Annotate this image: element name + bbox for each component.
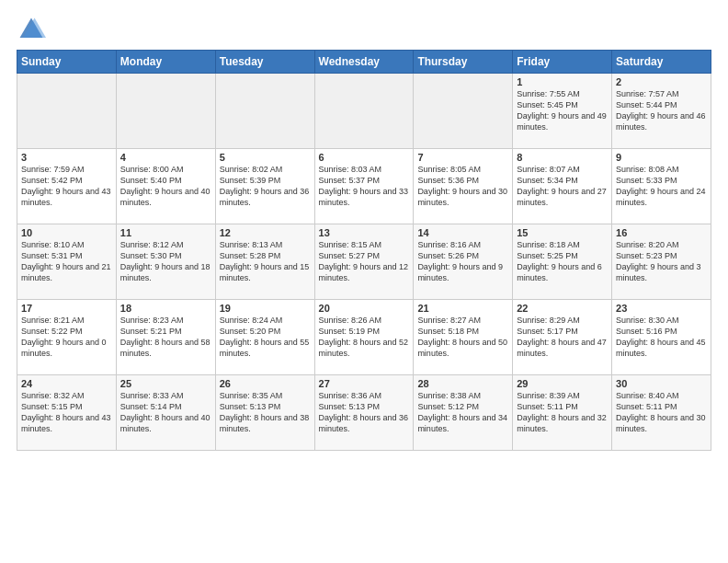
day-number: 16 [616,227,707,238]
day-cell: 17Sunrise: 8:21 AM Sunset: 5:22 PM Dayli… [17,300,117,375]
page: SundayMondayTuesdayWednesdayThursdayFrid… [0,0,728,460]
day-number: 27 [319,378,410,389]
week-row-3: 10Sunrise: 8:10 AM Sunset: 5:31 PM Dayli… [17,224,711,300]
day-info: Sunrise: 8:36 AM Sunset: 5:13 PM Dayligh… [319,390,410,435]
day-cell: 5Sunrise: 8:02 AM Sunset: 5:39 PM Daylig… [215,149,314,224]
day-number: 26 [220,378,311,389]
day-cell: 6Sunrise: 8:03 AM Sunset: 5:37 PM Daylig… [314,149,414,224]
day-info: Sunrise: 8:10 AM Sunset: 5:31 PM Dayligh… [21,239,112,284]
logo-icon [17,15,46,44]
day-info: Sunrise: 8:00 AM Sunset: 5:40 PM Dayligh… [120,164,211,209]
day-cell: 24Sunrise: 8:32 AM Sunset: 5:15 PM Dayli… [17,375,117,451]
day-info: Sunrise: 8:38 AM Sunset: 5:12 PM Dayligh… [417,390,508,435]
weekday-header-sunday: Sunday [17,51,117,74]
day-number: 8 [517,152,608,163]
day-cell: 25Sunrise: 8:33 AM Sunset: 5:14 PM Dayli… [116,375,215,451]
day-info: Sunrise: 8:05 AM Sunset: 5:36 PM Dayligh… [417,164,508,209]
day-number: 17 [21,303,112,314]
day-number: 2 [616,76,707,87]
day-cell: 2Sunrise: 7:57 AM Sunset: 5:44 PM Daylig… [612,74,711,149]
day-number: 24 [21,378,112,389]
day-cell: 22Sunrise: 8:29 AM Sunset: 5:17 PM Dayli… [513,300,612,375]
header-row [17,15,711,44]
day-cell: 13Sunrise: 8:15 AM Sunset: 5:27 PM Dayli… [314,224,414,300]
day-info: Sunrise: 8:07 AM Sunset: 5:34 PM Dayligh… [517,164,608,209]
day-number: 25 [120,378,211,389]
day-number: 28 [417,378,508,389]
day-cell: 16Sunrise: 8:20 AM Sunset: 5:23 PM Dayli… [612,224,711,300]
day-number: 6 [319,152,410,163]
day-cell: 30Sunrise: 8:40 AM Sunset: 5:11 PM Dayli… [612,375,711,451]
day-number: 13 [319,227,410,238]
day-number: 10 [21,227,112,238]
calendar-header: SundayMondayTuesdayWednesdayThursdayFrid… [17,51,711,74]
day-info: Sunrise: 7:55 AM Sunset: 5:45 PM Dayligh… [517,88,608,133]
day-cell: 10Sunrise: 8:10 AM Sunset: 5:31 PM Dayli… [17,224,117,300]
day-number: 9 [616,152,707,163]
day-number: 5 [220,152,311,163]
day-cell [414,74,513,149]
day-number: 22 [517,303,608,314]
day-info: Sunrise: 8:32 AM Sunset: 5:15 PM Dayligh… [21,390,112,435]
day-cell [215,74,314,149]
day-info: Sunrise: 7:57 AM Sunset: 5:44 PM Dayligh… [616,88,707,133]
day-cell: 8Sunrise: 8:07 AM Sunset: 5:34 PM Daylig… [513,149,612,224]
day-number: 15 [517,227,608,238]
day-cell: 11Sunrise: 8:12 AM Sunset: 5:30 PM Dayli… [116,224,215,300]
day-number: 30 [616,378,707,389]
day-info: Sunrise: 8:13 AM Sunset: 5:28 PM Dayligh… [220,239,311,284]
day-info: Sunrise: 8:27 AM Sunset: 5:18 PM Dayligh… [417,315,508,360]
day-info: Sunrise: 8:26 AM Sunset: 5:19 PM Dayligh… [319,315,410,360]
day-cell: 29Sunrise: 8:39 AM Sunset: 5:11 PM Dayli… [513,375,612,451]
day-number: 1 [517,76,608,87]
day-cell: 3Sunrise: 7:59 AM Sunset: 5:42 PM Daylig… [17,149,117,224]
day-cell: 28Sunrise: 8:38 AM Sunset: 5:12 PM Dayli… [414,375,513,451]
logo [17,15,50,44]
day-info: Sunrise: 8:18 AM Sunset: 5:25 PM Dayligh… [517,239,608,284]
day-cell [17,74,117,149]
day-number: 7 [417,152,508,163]
day-info: Sunrise: 8:15 AM Sunset: 5:27 PM Dayligh… [319,239,410,284]
weekday-header-tuesday: Tuesday [215,51,314,74]
weekday-header-saturday: Saturday [612,51,711,74]
day-cell: 4Sunrise: 8:00 AM Sunset: 5:40 PM Daylig… [116,149,215,224]
day-cell: 18Sunrise: 8:23 AM Sunset: 5:21 PM Dayli… [116,300,215,375]
day-cell: 21Sunrise: 8:27 AM Sunset: 5:18 PM Dayli… [414,300,513,375]
day-cell: 23Sunrise: 8:30 AM Sunset: 5:16 PM Dayli… [612,300,711,375]
day-number: 14 [417,227,508,238]
day-info: Sunrise: 8:16 AM Sunset: 5:26 PM Dayligh… [417,239,508,284]
day-number: 20 [319,303,410,314]
day-number: 29 [517,378,608,389]
day-number: 19 [220,303,311,314]
day-info: Sunrise: 8:02 AM Sunset: 5:39 PM Dayligh… [220,164,311,209]
day-info: Sunrise: 8:20 AM Sunset: 5:23 PM Dayligh… [616,239,707,284]
day-info: Sunrise: 8:23 AM Sunset: 5:21 PM Dayligh… [120,315,211,360]
day-info: Sunrise: 8:30 AM Sunset: 5:16 PM Dayligh… [616,315,707,360]
weekday-header-wednesday: Wednesday [314,51,414,74]
day-number: 4 [120,152,211,163]
day-cell: 20Sunrise: 8:26 AM Sunset: 5:19 PM Dayli… [314,300,414,375]
day-info: Sunrise: 8:08 AM Sunset: 5:33 PM Dayligh… [616,164,707,209]
day-cell: 12Sunrise: 8:13 AM Sunset: 5:28 PM Dayli… [215,224,314,300]
day-number: 11 [120,227,211,238]
day-number: 21 [417,303,508,314]
week-row-1: 1Sunrise: 7:55 AM Sunset: 5:45 PM Daylig… [17,74,711,149]
day-number: 3 [21,152,112,163]
day-cell: 1Sunrise: 7:55 AM Sunset: 5:45 PM Daylig… [513,74,612,149]
day-info: Sunrise: 8:03 AM Sunset: 5:37 PM Dayligh… [319,164,410,209]
day-cell: 27Sunrise: 8:36 AM Sunset: 5:13 PM Dayli… [314,375,414,451]
day-info: Sunrise: 8:39 AM Sunset: 5:11 PM Dayligh… [517,390,608,435]
week-row-4: 17Sunrise: 8:21 AM Sunset: 5:22 PM Dayli… [17,300,711,375]
calendar: SundayMondayTuesdayWednesdayThursdayFrid… [17,50,711,451]
day-cell: 15Sunrise: 8:18 AM Sunset: 5:25 PM Dayli… [513,224,612,300]
day-cell: 7Sunrise: 8:05 AM Sunset: 5:36 PM Daylig… [414,149,513,224]
day-cell [116,74,215,149]
day-number: 12 [220,227,311,238]
day-info: Sunrise: 8:35 AM Sunset: 5:13 PM Dayligh… [220,390,311,435]
day-cell: 14Sunrise: 8:16 AM Sunset: 5:26 PM Dayli… [414,224,513,300]
day-cell: 19Sunrise: 8:24 AM Sunset: 5:20 PM Dayli… [215,300,314,375]
day-cell: 9Sunrise: 8:08 AM Sunset: 5:33 PM Daylig… [612,149,711,224]
day-info: Sunrise: 8:33 AM Sunset: 5:14 PM Dayligh… [120,390,211,435]
day-number: 18 [120,303,211,314]
day-cell [314,74,414,149]
